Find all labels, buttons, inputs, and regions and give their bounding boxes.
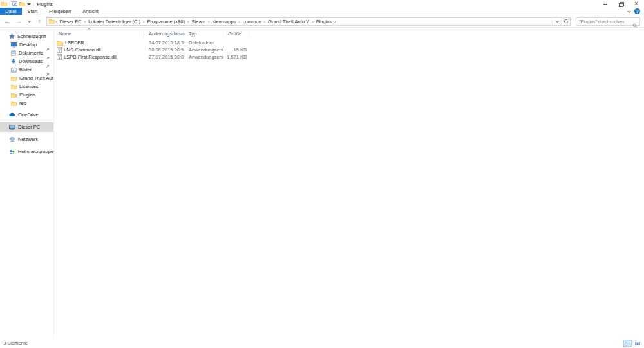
address-dropdown-chevron-icon[interactable]: [552, 18, 561, 25]
sidebar-item-label: Bilder: [19, 67, 32, 73]
file-list-pane: Name Änderungsdatum Typ Größe LSPDFR 14.…: [54, 28, 644, 338]
navigation-pane: Schnellzugriff Desktop Dokumente: [0, 28, 54, 338]
breadcrumb-steam[interactable]: Steam: [189, 19, 207, 24]
tab-freigeben[interactable]: Freigeben: [43, 8, 77, 15]
file-date: 14.07.2015 18:55: [144, 40, 184, 46]
sidebar-item-grand-theft-auto-v[interactable]: Grand Theft Auto V: [0, 74, 53, 82]
sidebar-item-netzwerk[interactable]: Netzwerk: [0, 134, 53, 144]
sidebar-item-rep[interactable]: rep: [0, 99, 53, 107]
folder-icon: [11, 93, 17, 98]
sidebar-item-plugins[interactable]: Plugins: [0, 91, 53, 99]
close-button[interactable]: [629, 0, 644, 8]
sidebar-item-label: OneDrive: [18, 112, 39, 118]
minimize-icon: [603, 4, 607, 5]
file-name: LSPD First Response.dll: [64, 54, 117, 60]
desktop-icon: [11, 42, 17, 48]
back-button[interactable]: [3, 18, 12, 24]
file-type: Dateiordner: [184, 40, 223, 46]
sidebar-item-downloads[interactable]: Downloads: [0, 57, 53, 66]
file-rows: LSPDFR 14.07.2015 18:55 Dateiordner LMS.…: [54, 39, 644, 60]
expand-ribbon-chevron-icon[interactable]: [627, 9, 631, 13]
sidebar-item-label: Heimnetzgruppe: [18, 149, 53, 154]
column-header-name[interactable]: Name: [54, 31, 144, 37]
search-box: [576, 17, 640, 26]
folder-icon: [49, 19, 55, 24]
sidebar-item-onedrive[interactable]: OneDrive: [0, 110, 53, 120]
file-row-lspdfr[interactable]: LSPDFR 14.07.2015 18:55 Dateiordner: [54, 39, 644, 46]
pictures-icon: [11, 68, 17, 73]
column-header-typ[interactable]: Typ: [184, 31, 223, 37]
refresh-button[interactable]: [561, 18, 570, 25]
navigation-toolbar: Dieser PC Lokaler Datenträger (C:) Progr…: [0, 15, 644, 28]
breadcrumb-lokaler-datentraeger[interactable]: Lokaler Datenträger (C:): [86, 19, 142, 24]
help-icon[interactable]: [634, 8, 640, 14]
search-input[interactable]: [576, 18, 639, 25]
forward-button[interactable]: [14, 18, 23, 24]
restore-button[interactable]: [613, 0, 629, 8]
tab-ansicht[interactable]: Ansicht: [77, 8, 104, 15]
sidebar-item-desktop[interactable]: Desktop: [0, 41, 53, 49]
separator: |: [9, 1, 10, 6]
tab-start[interactable]: Start: [22, 8, 44, 15]
column-header-groesse[interactable]: Größe: [223, 31, 249, 37]
ribbon-tab-bar: Datei Start Freigeben Ansicht: [0, 8, 644, 15]
address-bar[interactable]: Dieser PC Lokaler Datenträger (C:) Progr…: [46, 17, 571, 26]
folder-window-icon: [1, 1, 7, 6]
main-area: Schnellzugriff Desktop Dokumente: [0, 28, 644, 338]
sidebar-item-heimnetzgruppe[interactable]: Heimnetzgruppe: [0, 147, 53, 156]
file-size: 15 KB: [223, 47, 249, 53]
sidebar-item-label: Schnellzugriff: [17, 33, 46, 39]
up-button[interactable]: [35, 18, 44, 24]
column-headers: Name Änderungsdatum Typ Größe: [54, 30, 644, 38]
file-name: LSPDFR: [65, 40, 84, 46]
breadcrumb-common[interactable]: common: [241, 19, 263, 24]
dll-file-icon: [57, 47, 62, 53]
sidebar-item-schnellzugriff[interactable]: Schnellzugriff: [0, 32, 53, 41]
documents-icon: [11, 50, 16, 56]
window-controls: [598, 0, 644, 8]
file-date: 08.06.2015 20:56: [144, 47, 184, 53]
this-pc-icon: [9, 125, 15, 130]
explorer-window: | | Plugins Datei Start Freigeben Ansich…: [0, 0, 644, 348]
folder-icon: [57, 41, 63, 46]
dll-file-icon: [57, 54, 62, 60]
large-icons-view-button[interactable]: [633, 340, 641, 347]
sidebar-item-bilder[interactable]: Bilder: [0, 66, 53, 74]
sidebar-item-label: Desktop: [19, 42, 37, 48]
sidebar-item-dokumente[interactable]: Dokumente: [0, 49, 53, 57]
details-view-button[interactable]: [623, 340, 632, 347]
status-bar: 3 Elemente: [0, 338, 644, 348]
sidebar-item-licenses[interactable]: Licenses: [0, 82, 53, 91]
file-row-lspd-first-response-dll[interactable]: LSPD First Response.dll 27.07.2015 00:05…: [54, 53, 644, 60]
homegroup-icon: [9, 149, 15, 154]
quick-access-star-icon: [9, 33, 15, 39]
breadcrumb-dieser-pc[interactable]: Dieser PC: [58, 19, 84, 24]
folder-icon: [11, 76, 17, 81]
breadcrumb-grand-theft-auto-v[interactable]: Grand Theft Auto V: [266, 19, 311, 24]
column-header-aenderungsdatum[interactable]: Änderungsdatum: [144, 31, 184, 37]
tab-datei[interactable]: Datei: [0, 8, 22, 15]
folder-icon: [11, 84, 17, 89]
folder-icon: [11, 101, 17, 106]
breadcrumb-separator-icon: [334, 19, 337, 24]
customize-qat-chevron-icon[interactable]: [27, 3, 31, 6]
file-size: 1.571 KB: [223, 54, 249, 60]
recent-locations-chevron-icon[interactable]: [26, 20, 32, 23]
breadcrumb-programme-x86[interactable]: Programme (x86): [146, 19, 187, 24]
sidebar-item-label: Netzwerk: [18, 136, 38, 142]
file-date: 27.07.2015 00:05: [144, 54, 184, 60]
file-type: Anwendungserwe...: [184, 54, 223, 60]
title-bar: | | Plugins: [0, 0, 644, 8]
properties-button[interactable]: [12, 1, 17, 6]
new-folder-button[interactable]: [19, 1, 25, 6]
breadcrumb-plugins[interactable]: Plugins: [314, 19, 334, 24]
window-title: Plugins: [37, 1, 53, 7]
minimize-button[interactable]: [598, 0, 613, 8]
sidebar-item-dieser-pc[interactable]: Dieser PC: [0, 122, 53, 132]
large-icons-view-icon: [635, 342, 640, 345]
file-row-lms-common-dll[interactable]: LMS.Common.dll 08.06.2015 20:56 Anwendun…: [54, 46, 644, 53]
sidebar-item-label: rep: [19, 100, 26, 106]
breadcrumb-steamapps[interactable]: steamapps: [211, 19, 238, 24]
onedrive-cloud-icon: [9, 113, 15, 117]
view-toggles: [623, 340, 641, 347]
